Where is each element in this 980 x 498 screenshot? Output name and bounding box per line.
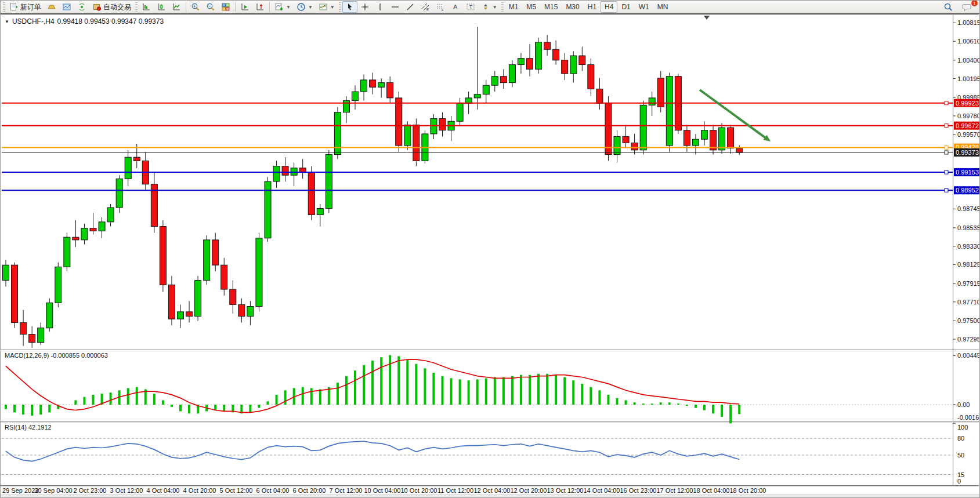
time-axis-label: 5 Oct 12:00	[220, 487, 253, 494]
notification-badge[interactable]: 1	[971, 0, 978, 7]
timeframe-w1[interactable]: W1	[635, 1, 653, 13]
candle-body	[256, 238, 262, 307]
price-tick-label: 0.97295	[957, 336, 979, 343]
time-axis-label: 6 Oct 04:00	[256, 487, 290, 494]
zoom-out-icon	[206, 2, 215, 12]
candle-body	[116, 179, 122, 208]
tile-windows-button[interactable]	[218, 1, 233, 13]
timeframe-m1[interactable]: M1	[505, 1, 523, 13]
candle-body	[579, 56, 585, 65]
chart-shift-icon	[255, 2, 265, 12]
text-label-tool-button[interactable]: T	[463, 1, 478, 13]
toolbar-grip[interactable]	[339, 2, 341, 12]
candle-body	[178, 312, 184, 319]
price-tick-label: 1.00195	[957, 75, 979, 82]
candle-body	[326, 155, 332, 209]
toolbar-grip[interactable]	[501, 2, 504, 12]
horizontal-line-tool-button[interactable]	[388, 1, 403, 13]
gold-button[interactable]	[44, 1, 59, 13]
fibonacci-tool-button[interactable]: F	[433, 1, 448, 13]
candle-body	[273, 166, 280, 181]
text-tool-button[interactable]: A	[448, 1, 463, 13]
chevron-down-icon[interactable]: ▼	[286, 5, 291, 10]
candle-body	[20, 322, 27, 334]
chart-region: 1.008151.006101.004001.001950.999850.997…	[1, 14, 980, 498]
search-button[interactable]	[941, 1, 956, 13]
symbol-dropdown-icon[interactable]: ▼	[5, 19, 9, 24]
candle-chart-button[interactable]	[154, 1, 169, 13]
new-order-button[interactable]: 新订单	[6, 1, 44, 13]
text-icon: A	[451, 2, 460, 12]
crosshair-tool-button[interactable]	[357, 1, 373, 13]
candle-body	[55, 267, 62, 303]
chevron-down-icon[interactable]: ▼	[330, 5, 335, 10]
timeframe-mn[interactable]: MN	[653, 1, 672, 13]
price-tick-label: 1.00815	[957, 19, 979, 26]
candle-body	[46, 303, 53, 328]
arrows-icon	[481, 2, 490, 12]
level-handle[interactable]	[945, 146, 948, 149]
candle-body	[562, 60, 568, 74]
cursor-tool-button[interactable]	[342, 1, 357, 13]
add-indicator-button[interactable]: ▼	[272, 1, 294, 13]
time-axis-label: 12 Oct 04:00	[474, 487, 511, 494]
bar-chart-button[interactable]	[139, 1, 154, 13]
candle-body	[431, 119, 437, 134]
macd-axis-label: -0.001693	[957, 414, 979, 421]
candle-body	[334, 112, 341, 155]
vertical-line-tool-button[interactable]	[373, 1, 388, 13]
candle-body	[107, 208, 114, 222]
templates-button[interactable]: ▼	[316, 1, 338, 13]
toolbar-grip[interactable]	[3, 2, 5, 12]
chevron-down-icon[interactable]: ▼	[308, 5, 313, 10]
chevron-down-icon[interactable]: ▼	[493, 5, 497, 10]
timeframe-m5[interactable]: M5	[522, 1, 540, 13]
time-axis-label: 2 Oct 23:00	[74, 487, 107, 494]
auto-scroll-button[interactable]	[237, 1, 252, 13]
notifications-button[interactable]: 1	[959, 1, 975, 13]
candle-body	[343, 101, 349, 112]
level-handle[interactable]	[945, 124, 948, 128]
svg-text:F: F	[442, 8, 444, 12]
zoom-in-button[interactable]	[188, 1, 203, 13]
time-axis-label: 16 Oct 23:00	[620, 487, 657, 494]
price-tick-label: 0.98535	[957, 224, 979, 231]
timeframe-h1[interactable]: H1	[584, 1, 601, 13]
candle-body	[396, 98, 402, 146]
candle-body	[553, 49, 559, 60]
candle-body	[413, 125, 420, 161]
candle-body	[631, 143, 638, 150]
channel-tool-button[interactable]: E	[418, 1, 433, 13]
line-chart-button[interactable]	[169, 1, 184, 13]
level-handle[interactable]	[945, 151, 948, 154]
candle-body	[474, 94, 480, 98]
level-handle[interactable]	[945, 170, 948, 174]
market-watch-button[interactable]	[59, 1, 74, 13]
timeframe-h4[interactable]: H4	[601, 1, 617, 13]
candle-body	[509, 65, 515, 83]
timeframe-d1[interactable]: D1	[617, 1, 634, 13]
rsi-axis-label: 50	[957, 452, 964, 459]
autotrade-button[interactable]: 自动交易	[89, 1, 134, 13]
toolbar-grip[interactable]	[135, 2, 138, 12]
price-chart[interactable]: 1.008151.006101.004001.001950.999850.997…	[1, 14, 979, 495]
window-bottom-edge	[1, 495, 980, 498]
price-tag-label: 0.99923	[956, 100, 979, 107]
toolbar: 新订单 自动交易	[1, 1, 979, 14]
timeframe-m15[interactable]: M15	[540, 1, 562, 13]
level-handle[interactable]	[945, 101, 948, 105]
time-axis-label: 17 Oct 12:00	[657, 487, 693, 494]
timeframe-m30[interactable]: M30	[562, 1, 583, 13]
signal-button[interactable]	[74, 1, 89, 13]
chart-shift-button[interactable]	[252, 1, 267, 13]
chart-title: ▼ USDCHF-,H4 0.99418 0.99453 0.99347 0.9…	[5, 17, 164, 26]
candle-body	[73, 237, 79, 240]
trendline-tool-button[interactable]	[403, 1, 418, 13]
level-handle[interactable]	[945, 188, 948, 192]
zoom-out-button[interactable]	[203, 1, 218, 13]
candle-body	[614, 137, 620, 155]
arrows-tool-button[interactable]: ▼	[478, 1, 500, 13]
chart-window-icon	[62, 2, 71, 12]
periods-button[interactable]: ▼	[294, 1, 316, 13]
candle-body	[640, 105, 646, 150]
